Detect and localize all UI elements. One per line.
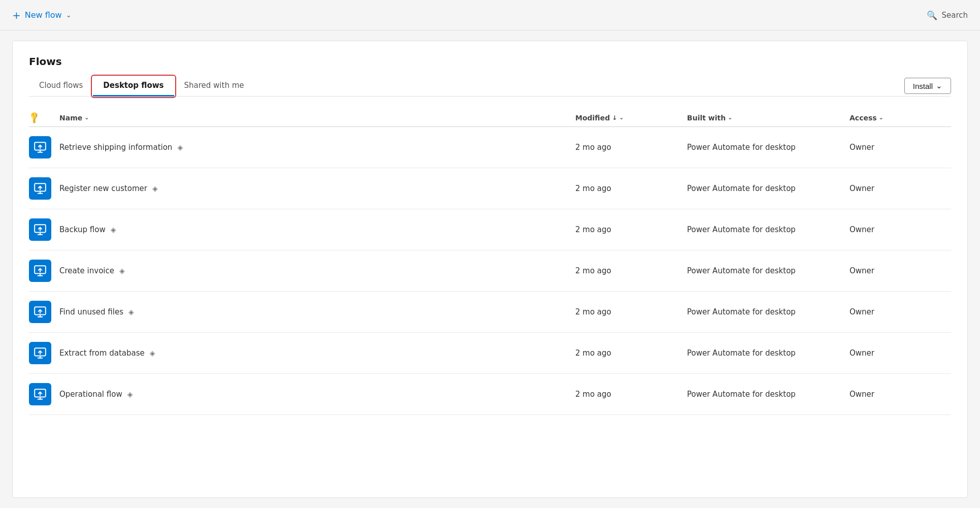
flow-built-with: Power Automate for desktop xyxy=(687,348,850,358)
search-icon: 🔍 xyxy=(927,10,937,20)
tab-desktop-flows[interactable]: Desktop flows xyxy=(93,77,174,96)
flow-access: Owner xyxy=(850,348,951,358)
flow-icon xyxy=(29,177,51,200)
flow-built-with: Power Automate for desktop xyxy=(687,266,850,275)
flow-name: Find unused files xyxy=(59,307,123,316)
flow-access: Owner xyxy=(850,390,951,399)
flow-name-cell: Extract from database ◈ xyxy=(59,348,575,358)
flow-name: Create invoice xyxy=(59,266,114,275)
row-icon-cell xyxy=(29,383,59,405)
row-icon-cell xyxy=(29,218,59,241)
table-row[interactable]: Extract from database ◈ 2 mo ago Power A… xyxy=(29,333,951,374)
flows-table: 🔑 Name ⌄ Modified ↓ ⌄ Built with ⌄ Acces… xyxy=(29,109,951,415)
flow-icon xyxy=(29,136,51,158)
chevron-down-icon: ⌄ xyxy=(936,81,942,90)
chevron-down-icon: ⌄ xyxy=(728,114,732,121)
flow-modified: 2 mo ago xyxy=(575,348,687,358)
flow-icon xyxy=(29,218,51,241)
tab-cloud-flows[interactable]: Cloud flows xyxy=(29,77,93,96)
row-icon-cell xyxy=(29,301,59,323)
flow-built-with: Power Automate for desktop xyxy=(687,225,850,234)
flow-name-cell: Backup flow ◈ xyxy=(59,225,575,234)
row-icon-cell xyxy=(29,177,59,200)
search-label: Search xyxy=(941,11,968,20)
page-title: Flows xyxy=(29,55,951,68)
flow-icon xyxy=(29,342,51,364)
topbar: + New flow ⌄ 🔍 Search xyxy=(0,0,980,30)
flow-icon xyxy=(29,301,51,323)
premium-icon: ◈ xyxy=(152,184,158,193)
flow-built-with: Power Automate for desktop xyxy=(687,390,850,399)
table-body: Retrieve shipping information ◈ 2 mo ago… xyxy=(29,127,951,415)
flow-icon xyxy=(29,383,51,405)
chevron-down-icon: ⌄ xyxy=(66,11,72,19)
main-content: Flows Cloud flows Desktop flows Shared w… xyxy=(12,41,968,498)
flow-name: Backup flow xyxy=(59,225,106,234)
col-header-built-with[interactable]: Built with ⌄ xyxy=(687,114,850,122)
plus-icon: + xyxy=(12,9,21,21)
chevron-down-icon: ⌄ xyxy=(84,114,89,121)
row-icon-cell xyxy=(29,136,59,158)
table-row[interactable]: Create invoice ◈ 2 mo ago Power Automate… xyxy=(29,250,951,292)
flow-modified: 2 mo ago xyxy=(575,225,687,234)
tab-shared-with-me[interactable]: Shared with me xyxy=(174,77,254,96)
flow-name-cell: Create invoice ◈ xyxy=(59,266,575,275)
col-header-modified[interactable]: Modified ↓ ⌄ xyxy=(575,114,687,122)
sort-desc-icon: ↓ xyxy=(612,114,617,121)
row-icon-cell xyxy=(29,260,59,282)
table-row[interactable]: Find unused files ◈ 2 mo ago Power Autom… xyxy=(29,292,951,333)
table-row[interactable]: Retrieve shipping information ◈ 2 mo ago… xyxy=(29,127,951,168)
flow-modified: 2 mo ago xyxy=(575,184,687,193)
new-flow-label: New flow xyxy=(25,10,62,20)
flow-built-with: Power Automate for desktop xyxy=(687,143,850,152)
install-label: Install xyxy=(913,82,933,90)
flow-name: Retrieve shipping information xyxy=(59,143,172,152)
key-icon: 🔑 xyxy=(27,111,41,125)
row-icon-cell xyxy=(29,342,59,364)
flow-name: Operational flow xyxy=(59,390,122,399)
col-header-name[interactable]: Name ⌄ xyxy=(59,114,575,122)
flow-access: Owner xyxy=(850,307,951,316)
table-header: 🔑 Name ⌄ Modified ↓ ⌄ Built with ⌄ Acces… xyxy=(29,109,951,127)
premium-icon: ◈ xyxy=(111,226,116,234)
new-flow-button[interactable]: + New flow ⌄ xyxy=(12,9,72,21)
flow-modified: 2 mo ago xyxy=(575,143,687,152)
flow-name-cell: Operational flow ◈ xyxy=(59,390,575,399)
premium-icon: ◈ xyxy=(119,267,125,275)
premium-icon: ◈ xyxy=(128,308,134,316)
flow-modified: 2 mo ago xyxy=(575,390,687,399)
tabs-container: Cloud flows Desktop flows Shared with me xyxy=(29,77,254,96)
flow-name-cell: Retrieve shipping information ◈ xyxy=(59,143,575,152)
col-header-key: 🔑 xyxy=(29,113,59,122)
flow-name: Extract from database xyxy=(59,348,145,358)
premium-icon: ◈ xyxy=(177,143,183,151)
flow-modified: 2 mo ago xyxy=(575,266,687,275)
premium-icon: ◈ xyxy=(150,349,155,357)
flow-access: Owner xyxy=(850,225,951,234)
table-row[interactable]: Register new customer ◈ 2 mo ago Power A… xyxy=(29,168,951,209)
flow-access: Owner xyxy=(850,143,951,152)
premium-icon: ◈ xyxy=(127,390,133,398)
tabs-row: Cloud flows Desktop flows Shared with me… xyxy=(29,77,951,97)
flow-name-cell: Find unused files ◈ xyxy=(59,307,575,316)
flow-access: Owner xyxy=(850,184,951,193)
flow-access: Owner xyxy=(850,266,951,275)
table-row[interactable]: Backup flow ◈ 2 mo ago Power Automate fo… xyxy=(29,209,951,250)
flow-built-with: Power Automate for desktop xyxy=(687,184,850,193)
chevron-down-icon: ⌄ xyxy=(879,114,884,121)
flow-icon xyxy=(29,260,51,282)
flow-modified: 2 mo ago xyxy=(575,307,687,316)
chevron-down-icon: ⌄ xyxy=(619,114,624,121)
search-area[interactable]: 🔍 Search xyxy=(927,10,968,20)
col-header-access[interactable]: Access ⌄ xyxy=(850,114,951,122)
flow-built-with: Power Automate for desktop xyxy=(687,307,850,316)
install-button[interactable]: Install ⌄ xyxy=(904,78,951,94)
flow-name: Register new customer xyxy=(59,184,147,193)
flow-name-cell: Register new customer ◈ xyxy=(59,184,575,193)
table-row[interactable]: Operational flow ◈ 2 mo ago Power Automa… xyxy=(29,374,951,415)
